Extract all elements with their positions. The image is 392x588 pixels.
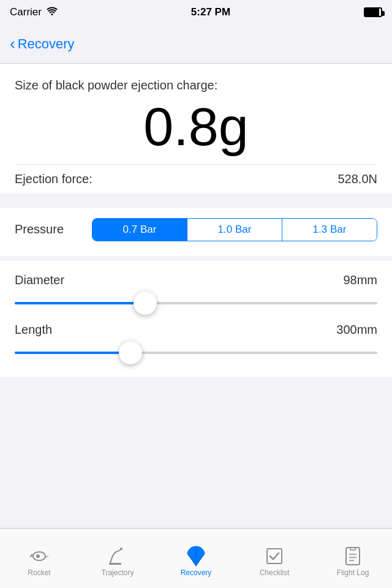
tab-rocket[interactable]: Rocket xyxy=(0,529,78,588)
length-slider-thumb[interactable] xyxy=(119,341,142,364)
diameter-slider-track xyxy=(15,302,377,304)
slider-section: Diameter 98mm Length 300mm xyxy=(0,261,392,377)
divider-1 xyxy=(0,198,392,203)
status-time: 5:27 PM xyxy=(191,6,230,18)
charge-value: 0.8g xyxy=(15,97,377,157)
tab-recovery-label: Recovery xyxy=(181,568,212,577)
diameter-slider-fill xyxy=(15,302,145,304)
pressure-segment[interactable]: 0.7 Bar 1.0 Bar 1.3 Bar xyxy=(92,218,377,241)
tab-trajectory-label: Trajectory xyxy=(102,568,134,577)
length-label: Length xyxy=(15,323,82,337)
status-right xyxy=(364,7,382,17)
length-row: Length 300mm xyxy=(15,323,377,337)
carrier-label: Carrier xyxy=(10,6,42,18)
diameter-slider-thumb[interactable] xyxy=(134,292,157,315)
length-slider-track xyxy=(15,352,377,354)
battery-icon xyxy=(364,7,382,17)
pressure-option-1[interactable]: 1.0 Bar xyxy=(187,219,282,241)
main-content: Size of black powder ejection charge: 0.… xyxy=(0,64,392,194)
tab-flightlog[interactable]: Flight Log xyxy=(314,529,392,588)
back-label: Recovery xyxy=(18,36,75,52)
pressure-section: Pressure 0.7 Bar 1.0 Bar 1.3 Bar xyxy=(0,208,392,256)
pressure-label: Pressure xyxy=(15,222,82,236)
checklist-icon xyxy=(265,546,284,566)
tab-bar: Rocket Trajectory Recovery xyxy=(0,528,392,588)
svg-point-2 xyxy=(120,548,123,550)
status-bar: Carrier 5:27 PM xyxy=(0,0,392,24)
diameter-value: 98mm xyxy=(343,273,377,287)
diameter-slider-wrapper[interactable] xyxy=(15,291,377,315)
pressure-option-2[interactable]: 1.3 Bar xyxy=(282,219,377,241)
nav-bar: ‹ Recovery xyxy=(0,24,392,64)
ejection-row: Ejection force: 528.0N xyxy=(15,164,377,194)
divider-2 xyxy=(0,256,392,261)
tab-rocket-label: Rocket xyxy=(28,568,50,577)
wifi-icon xyxy=(47,6,58,18)
back-chevron-icon: ‹ xyxy=(10,36,15,51)
diameter-row: Diameter 98mm xyxy=(15,273,377,287)
tab-checklist[interactable]: Checklist xyxy=(235,529,314,588)
tab-checklist-label: Checklist xyxy=(260,568,290,577)
ejection-force-value: 528.0N xyxy=(338,172,378,186)
recovery-icon xyxy=(186,546,206,566)
flightlog-icon xyxy=(343,546,363,566)
tab-flightlog-label: Flight Log xyxy=(337,568,369,577)
charge-size-label: Size of black powder ejection charge: xyxy=(15,78,377,92)
length-value: 300mm xyxy=(336,323,377,337)
rocket-icon xyxy=(29,546,49,566)
ejection-force-label: Ejection force: xyxy=(15,172,92,186)
tab-recovery[interactable]: Recovery xyxy=(157,529,235,588)
diameter-label: Diameter xyxy=(15,273,82,287)
svg-rect-3 xyxy=(109,563,121,565)
svg-rect-4 xyxy=(267,549,282,564)
back-button[interactable]: ‹ Recovery xyxy=(10,36,75,52)
trajectory-icon xyxy=(108,546,127,566)
length-slider-wrapper[interactable] xyxy=(15,341,377,365)
pressure-option-0[interactable]: 0.7 Bar xyxy=(92,219,187,241)
length-slider-fill xyxy=(15,352,130,354)
pressure-row: Pressure 0.7 Bar 1.0 Bar 1.3 Bar xyxy=(15,218,377,241)
tab-trajectory[interactable]: Trajectory xyxy=(78,529,157,588)
svg-point-1 xyxy=(36,554,40,558)
status-left: Carrier xyxy=(10,6,58,18)
